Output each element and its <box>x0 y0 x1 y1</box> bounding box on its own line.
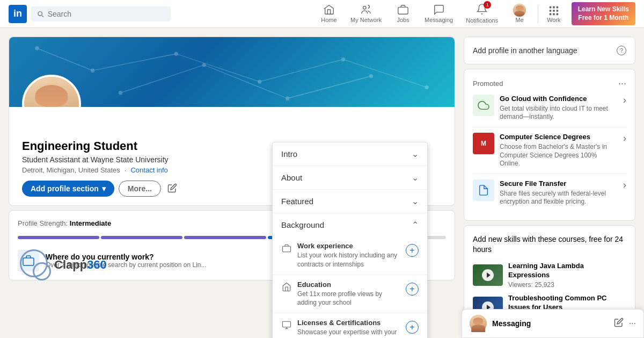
svg-point-24 <box>425 85 428 89</box>
dropdown-intro[interactable]: Intro <box>273 142 427 166</box>
add-licenses-button[interactable]: + <box>406 321 419 334</box>
search-icon <box>36 10 45 18</box>
background-chevron <box>412 220 419 230</box>
file-ad-content: Secure File Transfer Share files securel… <box>500 179 618 206</box>
nav-cta[interactable]: Learn New Skills Free for 1 Month <box>572 2 635 25</box>
svg-point-0 <box>363 6 367 9</box>
svg-point-20 <box>91 69 94 72</box>
home-icon <box>323 4 335 16</box>
nav-item-home[interactable]: Home <box>315 2 343 26</box>
cs-ad-icon: M <box>473 133 494 154</box>
cloud-ad-content: Go Cloud with Confidence Get total visib… <box>500 95 618 121</box>
nav-item-messaging[interactable]: Messaging <box>419 2 458 26</box>
nav-item-network[interactable]: My Network <box>345 2 387 26</box>
svg-point-21 <box>174 52 178 55</box>
messaging-more-button[interactable]: ··· <box>629 319 636 328</box>
add-education-button[interactable]: + <box>406 283 419 296</box>
contact-info-link[interactable]: Contact info <box>130 166 167 174</box>
left-column: Engineering Student Student Assistant at… <box>9 37 455 338</box>
svg-line-13 <box>176 54 260 82</box>
school-icon <box>281 282 292 292</box>
linkedin-logo[interactable]: in <box>9 5 27 23</box>
edit-profile-button[interactable] <box>165 181 179 197</box>
ad-item-file: Secure File Transfer Share files securel… <box>473 179 626 212</box>
svg-rect-6 <box>553 10 555 12</box>
search-bar[interactable] <box>31 6 171 21</box>
profile-avatar <box>22 75 81 107</box>
promoted-card: Promoted ··· Go Cloud with Confidence Ge… <box>464 69 635 221</box>
promoted-more-button[interactable]: ··· <box>618 78 626 89</box>
svg-rect-7 <box>556 10 558 12</box>
add-language-section: Add profile in another language ? <box>473 46 626 55</box>
search-input[interactable] <box>48 10 165 18</box>
nav-item-jobs[interactable]: Jobs <box>389 2 417 26</box>
svg-rect-29 <box>283 246 291 252</box>
course-viewers-java: Viewers: 25,923 <box>508 281 626 289</box>
svg-rect-2 <box>550 6 552 8</box>
messaging-bar: Messaging ··· <box>462 309 644 338</box>
svg-line-16 <box>121 65 204 93</box>
jobs-icon <box>397 4 409 16</box>
nav-divider <box>538 5 538 23</box>
compose-button[interactable] <box>614 318 624 329</box>
svg-rect-3 <box>553 6 555 8</box>
promoted-header: Promoted ··· <box>473 78 626 89</box>
course-title-java: Learning Java Lambda Expressions <box>508 262 626 280</box>
profile-banner <box>9 37 455 107</box>
svg-rect-5 <box>550 10 552 12</box>
ad-item-cs: M Computer Science Degrees Choose from B… <box>473 133 626 174</box>
course-thumb-java[interactable] <box>473 264 503 286</box>
licenses-text: Licenses & Certifications Showcase your … <box>297 319 400 338</box>
svg-point-25 <box>119 91 122 95</box>
svg-rect-9 <box>553 13 555 15</box>
strength-segment-3 <box>184 236 266 239</box>
education-text: Education Get 11x more profile views by … <box>297 281 400 308</box>
play-button-java[interactable] <box>482 269 494 281</box>
info-icon[interactable]: ? <box>617 46 626 55</box>
svg-point-19 <box>35 47 39 50</box>
nav-item-me[interactable]: Me <box>506 2 533 26</box>
cloud-ad-icon <box>473 95 494 116</box>
cs-ad-content: Computer Science Degrees Choose from Bac… <box>500 133 618 168</box>
top-nav: in Home My Network Jobs Messaging <box>0 0 644 28</box>
svg-point-27 <box>286 97 289 100</box>
nav-item-notifications[interactable]: 1 Notifications <box>460 1 503 27</box>
svg-point-28 <box>369 75 372 78</box>
add-profile-section-button[interactable]: Add profile section ▾ <box>22 181 114 197</box>
intro-chevron <box>412 149 419 159</box>
strength-segment-2 <box>101 236 182 239</box>
work-experience-text: Work experience List your work history i… <box>297 242 400 269</box>
dropdown-item-work-experience: Work experience List your work history i… <box>273 236 427 275</box>
svg-rect-30 <box>283 321 291 327</box>
svg-point-22 <box>258 80 261 83</box>
add-section-dropdown: Intro About Featured Background <box>272 142 428 338</box>
pencil-icon <box>167 183 177 193</box>
nav-item-work[interactable]: Work <box>543 3 565 25</box>
svg-rect-4 <box>556 6 558 8</box>
course-item-java: Learning Java Lambda Expressions Viewers… <box>473 262 626 289</box>
me-avatar <box>513 4 526 17</box>
clapp360-label: Clapp360 <box>54 258 107 272</box>
svg-point-23 <box>341 57 345 61</box>
svg-line-14 <box>260 60 343 82</box>
svg-line-15 <box>343 60 427 88</box>
dropdown-background[interactable]: Background <box>273 213 427 236</box>
cloud-ad-chevron[interactable]: › <box>623 95 626 106</box>
svg-line-11 <box>37 48 93 71</box>
featured-chevron <box>412 196 419 206</box>
dropdown-background-content: Work experience List your work history i… <box>273 236 427 338</box>
dropdown-featured[interactable]: Featured <box>273 190 427 213</box>
dropdown-item-licenses: Licenses & Certifications Showcase your … <box>273 313 427 338</box>
add-work-experience-button[interactable]: + <box>406 244 419 257</box>
main-container: Engineering Student Student Assistant at… <box>0 28 644 338</box>
strength-segment-1 <box>18 236 99 239</box>
more-button[interactable]: More... <box>119 181 161 197</box>
courses-header: Add new skills with these courses, free … <box>473 234 626 255</box>
network-icon <box>360 4 372 16</box>
messaging-avatar <box>470 315 487 332</box>
cs-ad-chevron[interactable]: › <box>623 133 626 144</box>
dropdown-about[interactable]: About <box>273 166 427 190</box>
right-sidebar: Add profile in another language ? Promot… <box>464 37 635 338</box>
file-ad-chevron[interactable]: › <box>623 179 626 191</box>
svg-line-12 <box>93 54 177 70</box>
